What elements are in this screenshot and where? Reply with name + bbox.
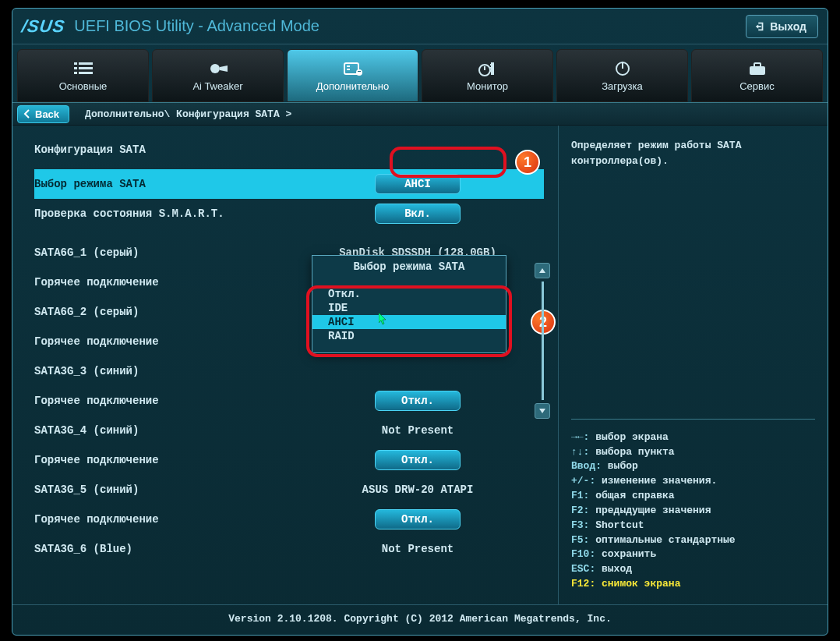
- svg-rect-9: [347, 69, 350, 70]
- settings-pane: Конфигурация SATA Выбор режима SATA AHCI…: [12, 126, 558, 604]
- scroll-up-button[interactable]: [535, 263, 550, 278]
- row-value: ASUS DRW-20 ATAPI: [315, 483, 544, 496]
- row-label: Проверка состояния S.M.A.R.T.: [34, 207, 315, 220]
- app-title: UEFI BIOS Utility - Advanced Mode: [74, 17, 746, 35]
- row-label: Горячее подключение: [34, 335, 315, 348]
- sata-mode-value[interactable]: AHCI: [375, 174, 461, 194]
- help-text: Определяет режим работы SATA контроллера…: [571, 138, 815, 168]
- row-value: Not Present: [315, 543, 544, 555]
- chevron-up-icon: [538, 267, 546, 274]
- svg-rect-20: [754, 63, 761, 67]
- back-arrow-icon: [23, 109, 32, 119]
- row-hotplug-5[interactable]: Горячее подключение Откл.: [34, 505, 544, 534]
- tab-monitor[interactable]: Монитор: [422, 49, 553, 102]
- svg-rect-18: [622, 62, 623, 69]
- row-label: SATA6G_2 (серый): [34, 306, 315, 318]
- exit-label: Выход: [770, 20, 806, 33]
- svg-rect-8: [347, 66, 350, 67]
- row-label: Горячее подключение: [34, 276, 315, 289]
- key-hint: +/-: изменение значения.: [571, 474, 815, 489]
- svg-rect-5: [79, 72, 93, 74]
- section-title: Конфигурация SATA: [34, 135, 544, 165]
- row-label: Горячее подключение: [34, 454, 315, 466]
- dropdown-item-ide[interactable]: IDE: [312, 301, 506, 315]
- row-sata3g-4[interactable]: SATA3G_4 (синий) Not Present: [34, 416, 544, 445]
- tweaker-icon: [207, 60, 229, 77]
- key-hints: →←: выбор экрана↑↓: выбора пунктаВвод: в…: [571, 430, 815, 592]
- key-hint: ESC: выход: [571, 562, 815, 577]
- row-value: Not Present: [315, 424, 544, 437]
- key-hint: F5: оптимальные стандартные: [571, 533, 815, 548]
- tab-advanced[interactable]: Дополнительно: [287, 49, 418, 102]
- sata-mode-dropdown: Выбор режима SATA Откл. IDE AHCI RAID: [312, 255, 506, 353]
- tab-main[interactable]: Основные: [17, 49, 149, 102]
- tab-label: Монитор: [467, 80, 508, 92]
- tab-boot[interactable]: Загрузка: [556, 49, 688, 102]
- exit-button[interactable]: Выход: [746, 15, 818, 38]
- breadcrumb: Дополнительно\ Конфигурация SATA >: [85, 108, 291, 120]
- tab-label: Основные: [59, 80, 108, 92]
- hotplug-value[interactable]: Откл.: [375, 391, 461, 411]
- scrollbar: [535, 263, 550, 419]
- svg-rect-3: [79, 67, 93, 69]
- tab-tweaker[interactable]: Ai Tweaker: [152, 49, 284, 102]
- svg-rect-14: [490, 64, 491, 66]
- row-label: Горячее подключение: [34, 513, 315, 526]
- tab-label: Ai Tweaker: [192, 80, 242, 92]
- row-label: Горячее подключение: [34, 395, 315, 407]
- svg-rect-16: [490, 70, 491, 72]
- scroll-down-button[interactable]: [535, 403, 550, 419]
- monitor-icon: [477, 60, 499, 77]
- row-label: SATA3G_6 (Blue): [34, 543, 315, 555]
- row-hotplug-3[interactable]: Горячее подключение Откл.: [34, 386, 544, 416]
- smart-value[interactable]: Вкл.: [375, 204, 461, 224]
- tab-service[interactable]: Сервис: [691, 49, 823, 102]
- key-hint: ↑↓: выбора пункта: [571, 445, 815, 460]
- scroll-track[interactable]: [542, 282, 544, 400]
- hotplug-value[interactable]: Откл.: [375, 450, 461, 470]
- dropdown-item-raid[interactable]: RAID: [312, 329, 506, 343]
- help-pane: Определяет режим работы SATA контроллера…: [558, 126, 828, 604]
- tab-label: Загрузка: [602, 80, 643, 92]
- header-bar: /SUS UEFI BIOS Utility - Advanced Mode В…: [12, 9, 828, 44]
- svg-rect-2: [74, 67, 77, 69]
- row-sata-mode[interactable]: Выбор режима SATA AHCI: [34, 169, 544, 199]
- exit-icon: [754, 21, 765, 32]
- svg-rect-11: [358, 71, 361, 72]
- svg-rect-4: [74, 72, 77, 74]
- list-icon: [72, 60, 94, 77]
- row-hotplug-4[interactable]: Горячее подключение Откл.: [34, 445, 544, 475]
- footer: Version 2.10.1208. Copyright (C) 2012 Am…: [12, 604, 828, 632]
- hotplug-value[interactable]: Откл.: [375, 509, 461, 529]
- dropdown-title: Выбор режима SATA: [312, 256, 506, 287]
- back-button[interactable]: Back: [17, 105, 69, 123]
- svg-point-6: [210, 64, 220, 73]
- chevron-down-icon: [538, 408, 546, 414]
- row-sata3g-6[interactable]: SATA3G_6 (Blue) Not Present: [34, 534, 544, 564]
- row-label: SATA3G_3 (синий): [34, 365, 315, 377]
- divider: [571, 419, 815, 420]
- asus-logo: /SUS: [20, 16, 66, 37]
- body-area: Конфигурация SATA Выбор режима SATA AHCI…: [12, 126, 828, 604]
- row-label: Выбор режима SATA: [34, 178, 315, 190]
- sub-bar: Back Дополнительно\ Конфигурация SATA >: [12, 102, 828, 126]
- key-hint: F2: предыдущие значения: [571, 504, 815, 519]
- bios-window: /SUS UEFI BIOS Utility - Advanced Mode В…: [12, 8, 828, 636]
- key-hint: →←: выбор экрана: [571, 430, 815, 445]
- row-smart[interactable]: Проверка состояния S.M.A.R.T. Вкл.: [34, 199, 544, 228]
- power-icon: [612, 60, 634, 77]
- key-hint: Ввод: выбор: [571, 459, 815, 474]
- row-sata3g-5[interactable]: SATA3G_5 (синий) ASUS DRW-20 ATAPI: [34, 475, 544, 505]
- row-label: SATA6G_1 (серый): [34, 246, 315, 259]
- row-sata3g-3[interactable]: SATA3G_3 (синий): [34, 356, 544, 386]
- toolbox-icon: [746, 60, 768, 77]
- dropdown-item-off[interactable]: Откл.: [312, 287, 506, 301]
- svg-point-10: [356, 69, 362, 76]
- annotation-badge-1: 1: [515, 150, 540, 175]
- row-label: SATA3G_4 (синий): [34, 424, 315, 437]
- key-hint: F12: снимок экрана: [571, 577, 815, 592]
- key-hint: F10: сохранить: [571, 547, 815, 562]
- row-label: SATA3G_5 (синий): [34, 483, 315, 496]
- dropdown-item-ahci[interactable]: AHCI: [312, 315, 506, 329]
- svg-rect-13: [491, 62, 494, 75]
